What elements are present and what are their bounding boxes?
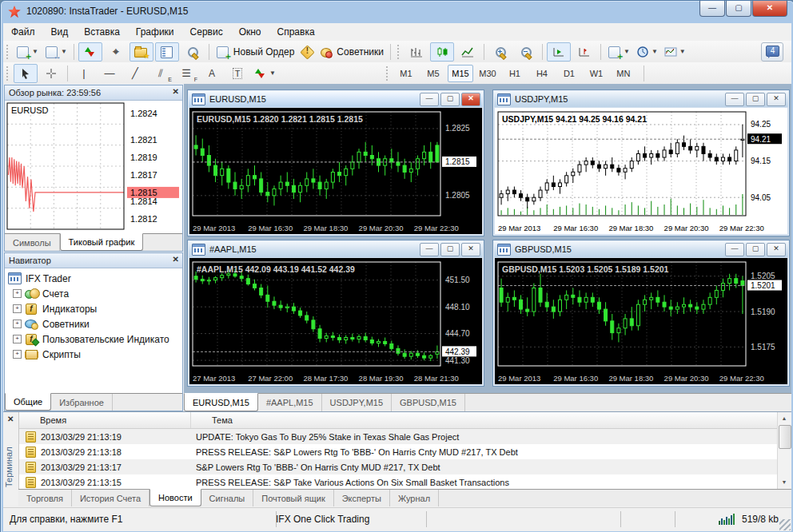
toolbar-grip[interactable] [385, 66, 389, 81]
expand-icon[interactable]: + [13, 304, 22, 313]
news-table-header[interactable]: Время Тема [19, 412, 778, 429]
timeframe-h1[interactable]: H1 [502, 65, 528, 82]
window-restore-button[interactable]: ▢ [440, 93, 460, 106]
toolbar-grip[interactable] [6, 45, 10, 59]
window-restore-button[interactable]: ▢ [746, 243, 765, 256]
news-row[interactable]: 2013/03/29 21:13:15 PRESS RELEASE: S&P T… [19, 474, 778, 489]
news-row[interactable]: 2013/03/29 21:13:17 S&P Lowers Rtg To 'B… [19, 459, 778, 474]
resize-grip[interactable] [779, 519, 791, 530]
timeframe-w1[interactable]: W1 [584, 65, 609, 82]
chart-tab-usdjpy[interactable]: USDJPY,M15 [322, 394, 392, 411]
timeframe-d1[interactable]: D1 [556, 65, 582, 82]
tree-item-custom-indicators[interactable]: +fПользовательские Индикато [6, 332, 181, 347]
tree-item-account[interactable]: IFX Trader [6, 271, 181, 286]
templates-button[interactable]: ▼ [662, 42, 688, 62]
profiles-button[interactable]: ↔▼ [42, 42, 70, 62]
scroll-up-icon[interactable]: ▲ [779, 414, 789, 423]
menu-insert[interactable]: Вставка [76, 24, 128, 40]
chart-window-eurusd[interactable]: EURUSD,M15 — ▢ ✕ 1.28251.28151.28051.281… [187, 89, 484, 236]
horizontal-line-tool[interactable]: — [98, 64, 122, 83]
close-icon[interactable]: ✕ [7, 415, 14, 423]
chart-canvas-usdjpy[interactable]: 94.2594.1594.0594.21USDJPY,M15 94.21 94.… [495, 108, 787, 234]
arrows-tool[interactable]: ▼ [251, 64, 278, 83]
equidistant-channel-tool[interactable]: ⫽E [149, 64, 173, 83]
maximize-button[interactable]: ▢ [726, 1, 751, 17]
status-one-click-trading[interactable]: IFX One Click Trading [269, 511, 427, 527]
notifications-button[interactable]: 4 [761, 42, 783, 62]
text-label-tool[interactable]: T [225, 64, 249, 83]
menu-charts[interactable]: Графики [128, 24, 182, 40]
timeframe-m5[interactable]: M5 [420, 65, 446, 82]
tab-trade[interactable]: Торговля [18, 490, 72, 506]
chart-window-titlebar[interactable]: EURUSD,M15 — ▢ ✕ [189, 91, 483, 107]
window-minimize-button[interactable]: — [420, 243, 439, 256]
expand-icon[interactable]: + [13, 289, 22, 298]
menu-file[interactable]: Файл [3, 24, 43, 40]
candlestick-mode-button[interactable] [430, 42, 454, 62]
crosshair-tool-button[interactable] [39, 64, 63, 83]
new-chart-button[interactable]: ＋▼ [14, 42, 41, 62]
scroll-down-icon[interactable]: ▼ [779, 478, 789, 487]
close-icon[interactable]: ✕ [173, 255, 179, 264]
chart-tab-aapl[interactable]: #AAPL,M15 [258, 394, 322, 411]
expand-icon[interactable]: + [13, 320, 22, 328]
window-minimize-button[interactable]: — [725, 93, 744, 106]
window-close-button[interactable]: ✕ [767, 93, 786, 106]
new-order-button[interactable]: ＋Новый Ордер [213, 42, 297, 62]
fibonacci-tool[interactable]: ☰F [174, 64, 198, 83]
terminal-toggle[interactable] [155, 42, 179, 62]
tab-tick-chart[interactable]: Тиковый график [60, 233, 144, 251]
metaquotes-alert-icon[interactable]: ! [301, 46, 313, 58]
chart-canvas-aapl[interactable]: 451.50448.10444.70441.30442.39#AAPL,M15 … [189, 258, 482, 384]
chart-window-titlebar[interactable]: GBPUSD,M15 — ▢ ✕ [494, 241, 788, 257]
scrollbar-thumb[interactable] [779, 425, 791, 449]
line-chart-mode-button[interactable] [456, 42, 480, 62]
minimize-button[interactable]: — [699, 1, 725, 17]
tab-signals[interactable]: Сигналы [201, 490, 254, 506]
title-bar[interactable]: 1020890: InstaTrader - EURUSD,M15 — ▢ ✕ [1, 1, 793, 23]
window-restore-button[interactable]: ▢ [440, 243, 460, 256]
navigator-header[interactable]: Навигатор ✕ [5, 253, 182, 268]
column-time[interactable]: Время [19, 412, 191, 428]
tab-mailbox[interactable]: Почтовый ящик [253, 490, 333, 506]
close-icon[interactable]: ✕ [173, 87, 179, 96]
tab-journal[interactable]: Журнал [390, 490, 439, 506]
tab-news[interactable]: Новости [149, 489, 201, 506]
column-topic[interactable]: Тема [191, 412, 778, 428]
timeframe-mn[interactable]: MN [611, 65, 636, 82]
tree-item-advisors[interactable]: +Советники [6, 316, 181, 332]
chart-tab-gbpusd[interactable]: GBPUSD,M15 [392, 394, 465, 411]
window-restore-button[interactable]: ▢ [746, 93, 765, 106]
tab-favorites[interactable]: Избранное [51, 394, 113, 411]
chart-window-aapl[interactable]: #AAPL,M15 — ▢ ✕ 451.50448.10444.70441.30… [187, 240, 484, 387]
tab-common[interactable]: Общие [5, 393, 51, 411]
expand-icon[interactable]: + [13, 350, 22, 359]
tab-symbols[interactable]: Символы [5, 234, 60, 251]
window-minimize-button[interactable]: — [420, 93, 439, 106]
zoom-in-button[interactable] [488, 42, 512, 62]
timeframe-m1[interactable]: M1 [393, 65, 419, 82]
menu-view[interactable]: Вид [43, 24, 77, 40]
timeframe-m15[interactable]: M15 [448, 65, 473, 82]
tree-item-accounts[interactable]: +Счета [6, 286, 181, 301]
menu-tools[interactable]: Сервис [182, 24, 231, 40]
chart-window-usdjpy[interactable]: USDJPY,M15 — ▢ ✕ 94.2594.1594.0594.21USD… [492, 89, 790, 236]
menu-help[interactable]: Справка [269, 24, 323, 40]
chart-shift-toggle[interactable] [572, 42, 596, 62]
timeframe-m30[interactable]: M30 [475, 65, 500, 82]
auto-scroll-toggle[interactable] [547, 42, 571, 62]
toolbar-grip[interactable] [396, 45, 400, 59]
indicators-button[interactable]: ＋▼ [605, 42, 632, 62]
bar-chart-mode-button[interactable] [404, 42, 428, 62]
window-close-button[interactable]: ✕ [767, 243, 786, 256]
data-window-button[interactable]: ⌖ [104, 42, 128, 62]
tab-account-history[interactable]: История Счета [72, 490, 149, 506]
chart-tab-eurusd[interactable]: EURUSD,M15 [184, 393, 258, 411]
tab-experts[interactable]: Эксперты [334, 490, 390, 506]
tree-item-indicators[interactable]: +fИндикаторы [6, 301, 181, 316]
navigator-toggle[interactable]: ★ [130, 42, 153, 62]
periods-button[interactable]: ▼ [634, 42, 660, 62]
terminal-scrollbar[interactable]: ▲ ▼ [777, 412, 791, 489]
chart-window-titlebar[interactable]: USDJPY,M15 — ▢ ✕ [494, 91, 788, 107]
market-watch-toggle[interactable] [78, 42, 102, 62]
